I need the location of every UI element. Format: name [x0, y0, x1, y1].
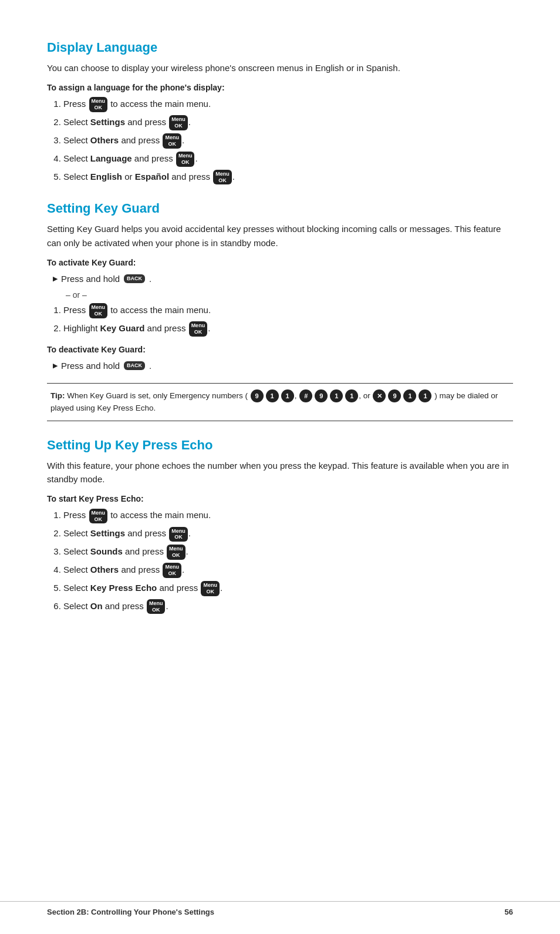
list-item: Select On and press MenuOK. [63, 599, 513, 614]
menu-key: MenuOK [89, 509, 108, 524]
menu-key: MenuOK [167, 545, 185, 560]
list-item: Highlight Key Guard and press MenuOK. [63, 321, 513, 337]
key-9: 9 [315, 389, 328, 402]
key-1: 1 [281, 389, 294, 402]
key-1: 1 [345, 389, 358, 402]
key-guard-activate-heading: To activate Key Guard: [47, 258, 513, 267]
key-guard-deactivate-heading: To deactivate Key Guard: [47, 345, 513, 354]
key-press-echo-steps: Press MenuOK to access the main menu. Se… [63, 508, 513, 614]
footer-section-label: Section 2B: Controlling Your Phone's Set… [47, 908, 214, 916]
menu-key: MenuOK [147, 599, 166, 614]
back-key: BACK [124, 274, 145, 283]
key-1: 1 [403, 389, 416, 402]
display-language-intro: You can choose to display your wireless … [47, 61, 513, 75]
emergency-keys-1: 9 1 1 [250, 389, 295, 402]
key-9: 9 [251, 389, 264, 402]
menu-key: MenuOK [169, 115, 188, 130]
menu-key: MenuOK [169, 527, 188, 542]
key-press-echo-intro: With this feature, your phone echoes the… [47, 459, 513, 486]
key-guard-activate-steps: Press MenuOK to access the main menu. Hi… [63, 303, 513, 337]
list-item: Press MenuOK to access the main menu. [63, 97, 513, 112]
menu-key: MenuOK [89, 97, 108, 112]
list-item: Select English or Español and press Menu… [63, 170, 513, 185]
list-item: Select Language and press MenuOK. [63, 152, 513, 167]
list-item: Select Settings and press MenuOK. [63, 526, 513, 542]
list-item: Select Key Press Echo and press MenuOK. [63, 581, 513, 596]
menu-key: MenuOK [163, 133, 181, 149]
key-press-echo-subheading: To start Key Press Echo: [47, 494, 513, 503]
list-item: Select Sounds and press MenuOK. [63, 545, 513, 560]
key-guard-intro: Setting Key Guard helps you avoid accide… [47, 222, 513, 250]
list-item: Press and hold BACK. [53, 359, 513, 372]
back-key: BACK [124, 361, 145, 370]
display-language-steps: Press MenuOK to access the main menu. Se… [63, 97, 513, 184]
footer-page-number: 56 [505, 908, 513, 916]
page-footer: Section 2B: Controlling Your Phone's Set… [0, 901, 560, 916]
emergency-keys-2: # 9 1 1 [299, 389, 359, 402]
section-title-key-guard: Setting Key Guard [47, 201, 513, 216]
tip-box: Tip: When Key Guard is set, only Emergen… [47, 383, 513, 421]
section-title-key-press-echo: Setting Up Key Press Echo [47, 438, 513, 453]
list-item: Select Others and press MenuOK. [63, 563, 513, 578]
key-star: ✕ [373, 389, 386, 402]
menu-key: MenuOK [189, 321, 208, 337]
list-item: Select Settings and press MenuOK. [63, 115, 513, 130]
key-9: 9 [388, 389, 401, 402]
menu-key: MenuOK [163, 563, 181, 578]
or-separator: – or – [66, 290, 513, 300]
key-guard-deactivate-bullet: Press and hold BACK. [53, 359, 513, 372]
menu-key: MenuOK [89, 303, 108, 318]
key-1: 1 [330, 389, 343, 402]
list-item: Press MenuOK to access the main menu. [63, 303, 513, 318]
menu-key: MenuOK [201, 581, 220, 596]
list-item: Select Others and press MenuOK. [63, 133, 513, 149]
list-item: Press MenuOK to access the main menu. [63, 508, 513, 523]
menu-key: MenuOK [213, 170, 232, 185]
section-title-display-language: Display Language [47, 40, 513, 55]
key-guard-activate-bullet: Press and hold BACK. [53, 272, 513, 285]
key-1: 1 [266, 389, 279, 402]
key-hash: # [299, 389, 312, 402]
menu-key: MenuOK [176, 152, 195, 167]
tip-text: When Key Guard is set, only Emergency nu… [67, 391, 248, 400]
tip-label: Tip: [50, 391, 65, 400]
key-1: 1 [419, 389, 431, 402]
display-language-subheading: To assign a language for the phone's dis… [47, 83, 513, 92]
list-item: Press and hold BACK. [53, 272, 513, 285]
emergency-keys-3: ✕ 9 1 1 [372, 389, 432, 402]
